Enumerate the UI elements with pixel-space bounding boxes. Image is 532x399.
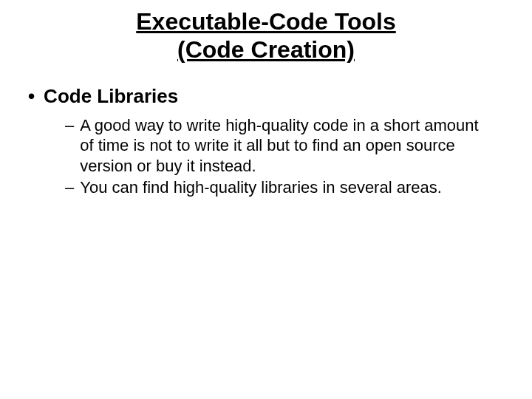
title-line-2: (Code Creation): [177, 36, 355, 63]
dash-icon: –: [65, 177, 74, 198]
slide-title: Executable-Code Tools (Code Creation): [0, 7, 532, 64]
dash-icon: –: [65, 115, 74, 177]
bullet-level1: • Code Libraries: [22, 85, 510, 108]
level1-text: Code Libraries: [44, 85, 178, 108]
level2-text: You can find high-quality libraries in s…: [80, 177, 442, 198]
bullet-level2: – You can find high-quality libraries in…: [65, 177, 510, 198]
title-line-1: Executable-Code Tools: [136, 8, 395, 35]
bullet-level2: – A good way to write high-quality code …: [65, 115, 510, 177]
slide-content: • Code Libraries – A good way to write h…: [0, 85, 532, 198]
bullet-icon: •: [28, 85, 35, 108]
level2-text: A good way to write high-quality code in…: [80, 115, 488, 177]
